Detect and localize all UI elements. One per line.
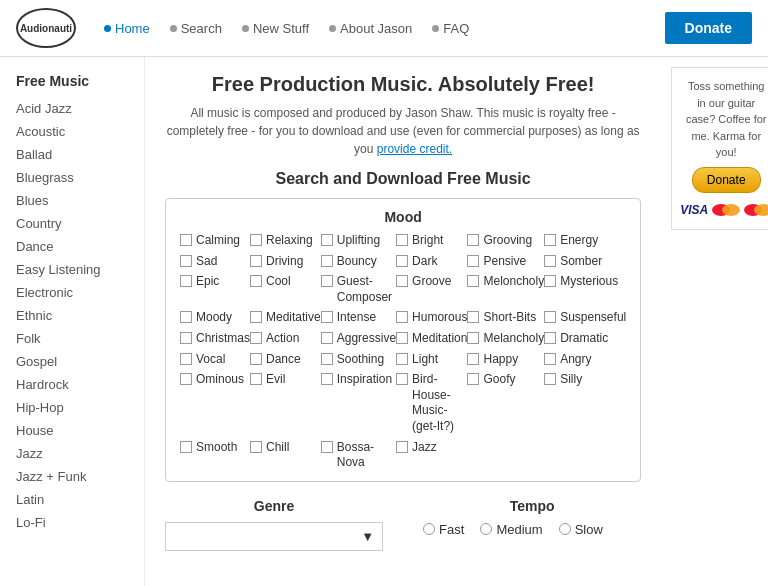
tempo-option-fast[interactable]: Fast [423,522,464,537]
mood-item-chill[interactable]: Chill [250,440,321,471]
mood-checkbox[interactable] [250,255,262,267]
sidebar-item-blues[interactable]: Blues [0,189,144,212]
mood-checkbox[interactable] [250,353,262,365]
mood-item-suspenseful[interactable]: Suspenseful [544,310,626,326]
mood-item-intense[interactable]: Intense [321,310,396,326]
mood-item-evil[interactable]: Evil [250,372,321,434]
mood-item-energy[interactable]: Energy [544,233,626,249]
mood-checkbox[interactable] [321,311,333,323]
mood-item-action[interactable]: Action [250,331,321,347]
mood-checkbox[interactable] [250,441,262,453]
donate-box-button[interactable]: Donate [692,167,761,193]
sidebar-item-acoustic[interactable]: Acoustic [0,120,144,143]
mood-checkbox[interactable] [180,353,192,365]
mood-checkbox[interactable] [250,234,262,246]
mood-checkbox[interactable] [180,255,192,267]
mood-item-groove[interactable]: Groove [396,274,467,305]
mood-item-soothing[interactable]: Soothing [321,352,396,368]
provide-credit-link[interactable]: provide credit. [377,142,452,156]
mood-item-meloncholy[interactable]: Meloncholy [467,274,544,305]
sidebar-item-easy-listening[interactable]: Easy Listening [0,258,144,281]
mood-item-calming[interactable]: Calming [180,233,250,249]
sidebar-item-dance[interactable]: Dance [0,235,144,258]
sidebar-item-jazz[interactable]: Jazz [0,442,144,465]
genre-select[interactable]: AcousticAmbientBluesClassicalCountryDanc… [166,523,382,550]
tempo-option-slow[interactable]: Slow [559,522,603,537]
mood-item-angry[interactable]: Angry [544,352,626,368]
mood-item-aggressive[interactable]: Aggressive [321,331,396,347]
mood-checkbox[interactable] [180,234,192,246]
mood-checkbox[interactable] [396,353,408,365]
mood-checkbox[interactable] [467,353,479,365]
sidebar-item-bluegrass[interactable]: Bluegrass [0,166,144,189]
mood-item-pensive[interactable]: Pensive [467,254,544,270]
mood-item-light[interactable]: Light [396,352,467,368]
mood-item-meditative[interactable]: Meditative [250,310,321,326]
mood-item-dance[interactable]: Dance [250,352,321,368]
mood-checkbox[interactable] [467,275,479,287]
mood-checkbox[interactable] [396,311,408,323]
mood-item-goofy[interactable]: Goofy [467,372,544,434]
mood-item-relaxing[interactable]: Relaxing [250,233,321,249]
mood-checkbox[interactable] [467,234,479,246]
sidebar-item-ballad[interactable]: Ballad [0,143,144,166]
mood-checkbox[interactable] [467,311,479,323]
sidebar-item-folk[interactable]: Folk [0,327,144,350]
sidebar-item-latin[interactable]: Latin [0,488,144,511]
mood-item-bird-house-music--get-it--[interactable]: Bird-House-Music-(get-It?) [396,372,467,434]
sidebar-item-country[interactable]: Country [0,212,144,235]
mood-checkbox[interactable] [321,441,333,453]
mood-item-ominous[interactable]: Ominous [180,372,250,434]
sidebar-item-hip-hop[interactable]: Hip-Hop [0,396,144,419]
nav-about-jason[interactable]: About Jason [321,17,420,40]
nav-home[interactable]: Home [96,17,158,40]
mood-checkbox[interactable] [250,332,262,344]
mood-checkbox[interactable] [544,234,556,246]
mood-checkbox[interactable] [321,332,333,344]
mood-item-bright[interactable]: Bright [396,233,467,249]
sidebar-item-lo-fi[interactable]: Lo-Fi [0,511,144,534]
mood-checkbox[interactable] [180,311,192,323]
mood-checkbox[interactable] [396,373,408,385]
mood-item-jazz[interactable]: Jazz [396,440,467,471]
mood-checkbox[interactable] [180,373,192,385]
mood-item-happy[interactable]: Happy [467,352,544,368]
sidebar-item-gospel[interactable]: Gospel [0,350,144,373]
mood-item-vocal[interactable]: Vocal [180,352,250,368]
mood-item-smooth[interactable]: Smooth [180,440,250,471]
tempo-option-medium[interactable]: Medium [480,522,542,537]
mood-checkbox[interactable] [544,311,556,323]
mood-item-grooving[interactable]: Grooving [467,233,544,249]
mood-checkbox[interactable] [396,234,408,246]
sidebar-item-hardrock[interactable]: Hardrock [0,373,144,396]
mood-checkbox[interactable] [321,353,333,365]
mood-checkbox[interactable] [250,275,262,287]
mood-item-driving[interactable]: Driving [250,254,321,270]
nav-search[interactable]: Search [162,17,230,40]
mood-item-inspiration[interactable]: Inspiration [321,372,396,434]
mood-checkbox[interactable] [321,275,333,287]
mood-item-melancholy[interactable]: Melancholy [467,331,544,347]
mood-item-bossa-nova[interactable]: Bossa-Nova [321,440,396,471]
mood-item-meditation[interactable]: Meditation [396,331,467,347]
mood-item-somber[interactable]: Somber [544,254,626,270]
mood-checkbox[interactable] [467,255,479,267]
mood-item-moody[interactable]: Moody [180,310,250,326]
mood-checkbox[interactable] [544,255,556,267]
mood-checkbox[interactable] [544,373,556,385]
mood-item-short-bits[interactable]: Short-Bits [467,310,544,326]
mood-checkbox[interactable] [180,275,192,287]
mood-item-dark[interactable]: Dark [396,254,467,270]
sidebar-item-ethnic[interactable]: Ethnic [0,304,144,327]
mood-checkbox[interactable] [180,332,192,344]
donate-button[interactable]: Donate [665,12,752,44]
mood-item-mysterious[interactable]: Mysterious [544,274,626,305]
mood-checkbox[interactable] [544,275,556,287]
mood-checkbox[interactable] [396,332,408,344]
mood-checkbox[interactable] [396,275,408,287]
mood-item-cool[interactable]: Cool [250,274,321,305]
mood-checkbox[interactable] [544,353,556,365]
mood-item-dramatic[interactable]: Dramatic [544,331,626,347]
mood-item-bouncy[interactable]: Bouncy [321,254,396,270]
mood-checkbox[interactable] [250,311,262,323]
